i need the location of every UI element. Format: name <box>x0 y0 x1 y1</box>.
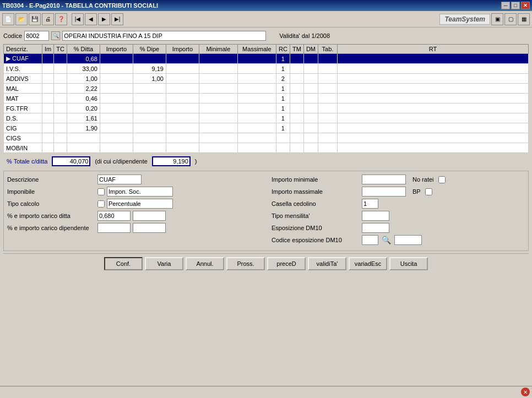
imp-max-label: Importo massimale <box>272 188 360 195</box>
table-cell <box>199 84 237 94</box>
description-input[interactable] <box>62 31 266 41</box>
col-pct-ditta: % Ditta <box>67 45 100 54</box>
table-cell <box>166 54 199 64</box>
uscita-button[interactable]: Uscita <box>389 257 428 270</box>
imp-max-value[interactable] <box>362 187 406 197</box>
table-cell <box>100 123 133 133</box>
validita-button[interactable]: validiTa' <box>308 257 346 270</box>
tipo-calcolo-text[interactable] <box>107 199 173 209</box>
table-cell <box>42 113 54 123</box>
table-cell <box>318 113 338 123</box>
tool-extra3[interactable]: ▦ <box>518 13 530 25</box>
pct-dipe-label: % e importo carico dipendente <box>7 225 95 231</box>
casella-row: Casella cedolino <box>272 199 525 209</box>
pct-ditta-imp[interactable] <box>133 211 166 221</box>
codice-search-button[interactable]: 🔍 <box>51 31 60 40</box>
table-row[interactable]: CIG1,901 <box>4 123 529 133</box>
table-cell <box>199 133 237 143</box>
espos-dm10-value[interactable] <box>362 223 389 233</box>
imp-min-row: Importo minimale No ratei <box>272 175 525 184</box>
tipo-mens-value[interactable] <box>362 211 389 221</box>
descrizione-input[interactable] <box>97 175 142 184</box>
table-row[interactable]: ADDIVS1,001,002 <box>4 74 529 84</box>
table-cell <box>338 84 529 94</box>
table-row[interactable]: MOB/IN <box>4 143 529 153</box>
imponibile-checkbox[interactable] <box>97 188 105 195</box>
table-cell: 1 <box>276 64 290 74</box>
cui-value[interactable] <box>152 156 191 166</box>
table-cell <box>199 123 237 133</box>
nav-next-button[interactable]: ▶ <box>98 13 110 25</box>
imp-max-row: Importo massimale BP <box>272 187 525 197</box>
imponibile-text[interactable] <box>107 187 173 197</box>
imp-min-value[interactable] <box>362 175 406 184</box>
nav-first-button[interactable]: |◀ <box>72 13 84 25</box>
tipo-calcolo-checkbox[interactable] <box>97 200 105 208</box>
maximize-button[interactable]: □ <box>511 2 520 9</box>
bottom-section: Descrizione Imponibile Tipo calcolo % e … <box>3 171 529 251</box>
nav-prev-button[interactable]: ◀ <box>85 13 97 25</box>
totale-value[interactable] <box>52 156 90 166</box>
table-cell <box>166 94 199 103</box>
open-button[interactable]: 📂 <box>15 13 28 25</box>
save-button[interactable]: 💾 <box>29 13 41 25</box>
totale-label: % Totale c/ditta <box>7 158 47 165</box>
preced-button[interactable]: preceD <box>267 257 306 270</box>
casella-value[interactable] <box>362 199 378 209</box>
print-button[interactable]: 🖨 <box>42 13 54 25</box>
col-tab: Tab. <box>318 45 338 54</box>
cod-espos-value[interactable] <box>362 235 378 245</box>
bp-checkbox[interactable] <box>425 188 432 195</box>
nav-last-button[interactable]: ▶| <box>111 13 123 25</box>
annul-button[interactable]: Annul. <box>186 257 224 270</box>
table-row[interactable]: ▶ CUAF0,681 <box>4 54 529 64</box>
help-button[interactable]: ❓ <box>55 13 67 25</box>
no-ratei-checkbox[interactable] <box>438 176 446 183</box>
table-cell <box>199 103 237 113</box>
table-cell <box>290 54 303 64</box>
table-row[interactable]: MAL2,221 <box>4 84 529 94</box>
tool-extra2[interactable]: ▢ <box>504 13 517 25</box>
varia-button[interactable]: Varia <box>145 257 183 270</box>
cod-espos-extra[interactable] <box>394 235 422 245</box>
table-cell: ▶ CUAF <box>4 54 42 64</box>
table-cell <box>133 143 166 153</box>
table-cell <box>100 143 133 153</box>
table-row[interactable]: CIGS <box>4 133 529 143</box>
table-cell <box>166 103 199 113</box>
close-button[interactable]: ✕ <box>521 2 530 9</box>
minimize-button[interactable]: ─ <box>501 2 510 9</box>
tool-extra1[interactable]: ▣ <box>491 13 503 25</box>
table-cell: 1 <box>276 54 290 64</box>
table-cell <box>42 143 54 153</box>
pross-button[interactable]: Pross. <box>226 257 265 270</box>
status-close-button[interactable]: ✕ <box>521 388 530 396</box>
pct-ditta-value[interactable] <box>97 211 131 221</box>
new-button[interactable]: 📄 <box>2 13 14 25</box>
table-cell <box>338 94 529 103</box>
table-cell <box>54 123 67 133</box>
table-row[interactable]: I.V.S.33,009,191 <box>4 64 529 74</box>
table-cell: 1 <box>276 94 290 103</box>
pct-dipe-value[interactable] <box>97 223 131 233</box>
table-cell <box>318 54 338 64</box>
codice-input[interactable] <box>24 31 49 41</box>
toolbar: 📄 📂 💾 🖨 ❓ |◀ ◀ ▶ ▶| TeamSystem ▣ ▢ ▦ <box>0 11 532 28</box>
table-cell <box>303 84 318 94</box>
table-row[interactable]: MAT0,461 <box>4 94 529 103</box>
table-cell: MAL <box>4 84 42 94</box>
table-row[interactable]: D.S.1,611 <box>4 113 529 123</box>
conf-button[interactable]: Conf. <box>104 257 143 270</box>
table-cell <box>54 113 67 123</box>
varia-esc-button[interactable]: variadEsc <box>349 257 387 270</box>
pct-dipe-imp[interactable] <box>133 223 166 233</box>
table-cell <box>318 84 338 94</box>
cod-espos-search-icon[interactable]: 🔍 <box>382 236 391 244</box>
table-row[interactable]: FG.TFR0,201 <box>4 103 529 113</box>
table-cell: 2 <box>276 74 290 84</box>
table-cell <box>338 133 529 143</box>
table-cell <box>303 64 318 74</box>
table-cell <box>318 64 338 74</box>
table-cell <box>303 113 318 123</box>
table-cell: CIGS <box>4 133 42 143</box>
